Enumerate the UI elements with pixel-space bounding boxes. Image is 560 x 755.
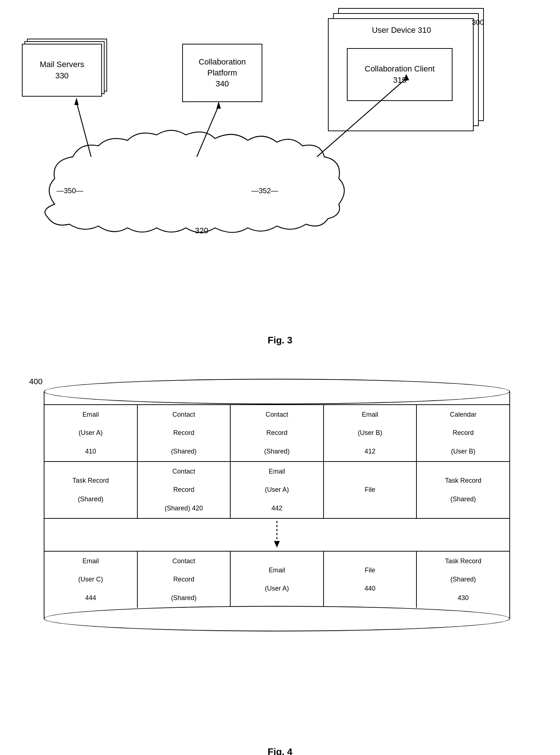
mail-servers-label: Mail Servers (40, 59, 84, 70)
cloud-shape (45, 131, 344, 233)
cell-2-1-line1: Task Record (73, 476, 109, 485)
cell-1-4-line3: 412 (365, 447, 376, 456)
fig3-caption: Fig. 3 (0, 328, 560, 357)
cell-3-2-line2: Record (173, 575, 194, 584)
cell-3-5-line3: 430 (458, 594, 469, 603)
cylinder-400: Email (User A) 410 Contact Record (Share… (44, 379, 510, 631)
cell-3-4-line1: File (365, 566, 375, 575)
fig3-diagram: Mail Servers 330 CollaborationPlatform 3… (0, 0, 560, 328)
cell-3-1-line3: 444 (85, 594, 96, 603)
collab-client-label: Collaboration Client315 (365, 63, 435, 86)
ref-320-text: 320 (195, 226, 208, 235)
cell-3-2-line3: (Shared) (171, 594, 196, 603)
cell-1-5-line1: Calendar (450, 410, 477, 419)
collab-platform-box: CollaborationPlatform 340 (182, 44, 262, 102)
cell-3-4-line2: 440 (365, 584, 376, 593)
cell-1-4-line1: Email (362, 410, 378, 419)
cell-1-5-line3: (User B) (451, 447, 475, 456)
cylinder-top (44, 379, 510, 404)
mail-servers-box: Mail Servers 330 (22, 44, 102, 97)
cyl-cell-2-4: File (324, 462, 417, 518)
cell-2-3-line1: Email (269, 467, 285, 476)
fig4-caption: Fig. 4 (0, 740, 560, 755)
cylinder-bottom (44, 606, 510, 631)
user-device-front: User Device 310 Collaboration Client315 (328, 18, 474, 131)
cell-1-2-line2: Record (173, 428, 194, 437)
user-device-label: User Device 310 (329, 26, 474, 35)
cell-1-2-line3: (Shared) (171, 447, 196, 456)
cyl-cell-1-2: Contact Record (Shared) (138, 405, 231, 461)
ref-400: 400 (29, 377, 43, 386)
cyl-cell-3-4: File 440 (324, 552, 417, 608)
cell-1-5-line2: Record (453, 428, 474, 437)
cell-3-3-line2: (User A) (265, 584, 289, 593)
collab-platform-number: 340 (216, 78, 229, 89)
cyl-cell-1-5: Calendar Record (User B) (417, 405, 509, 461)
cyl-row-2: Task Record (Shared) Contact Record (Sha… (44, 461, 509, 518)
fig4-diagram: 400 Email (User A) 410 Contact Record (S… (0, 357, 560, 740)
cell-3-5-line1: Task Record (445, 557, 481, 566)
cyl-cell-3-2: Contact Record (Shared) (138, 552, 231, 608)
ref-350-text: —350— (56, 187, 83, 195)
cell-3-5-line2: (Shared) (450, 575, 476, 584)
cyl-cell-3-1: Email (User C) 444 (44, 552, 138, 608)
cell-2-2-line2: Record (173, 485, 194, 494)
mail-servers-number: 330 (55, 70, 69, 82)
cell-1-3-line1: Contact (266, 410, 288, 419)
cell-3-1-line2: (User C) (78, 575, 103, 584)
cyl-cell-3-5: Task Record (Shared) 430 (417, 552, 509, 608)
cyl-cell-3-3: Email (User A) (231, 552, 324, 608)
cell-3-2-line1: Contact (172, 557, 195, 566)
cell-3-1-line1: Email (82, 557, 99, 566)
cell-1-2-line1: Contact (172, 410, 195, 419)
ref-300: 300 (472, 18, 484, 27)
cyl-cell-2-5: Task Record (Shared) (417, 462, 509, 518)
dashed-arrowhead (274, 541, 280, 548)
cell-2-3-line3: 442 (271, 504, 282, 513)
cyl-cell-2-1: Task Record (Shared) (44, 462, 138, 518)
cyl-row-1: Email (User A) 410 Contact Record (Share… (44, 404, 509, 461)
cyl-cell-1-1: Email (User A) 410 (44, 405, 138, 461)
cell-3-3-line1: Email (269, 566, 285, 575)
cell-2-5-line1: Task Record (445, 476, 481, 485)
arrow-mail (77, 102, 91, 157)
cell-2-2-line3: (Shared) 420 (165, 504, 203, 513)
cylinder-body: Email (User A) 410 Contact Record (Share… (44, 392, 510, 619)
collab-client-box: Collaboration Client315 (347, 48, 453, 101)
cyl-cell-2-2: Contact Record (Shared) 420 (138, 462, 231, 518)
cyl-cell-2-3: Email (User A) 442 (231, 462, 324, 518)
cell-1-4-line2: (User B) (358, 428, 382, 437)
cell-1-1-line1: Email (82, 410, 99, 419)
cell-1-3-line3: (Shared) (264, 447, 290, 456)
collab-platform-label: CollaborationPlatform (199, 57, 246, 78)
arrowhead-platform (216, 101, 221, 109)
cell-2-4-line1: File (365, 485, 375, 494)
arrow-platform (197, 106, 219, 157)
cell-2-5-line2: (Shared) (450, 495, 476, 504)
cell-2-1-line2: (Shared) (78, 495, 103, 504)
cyl-cell-1-4: Email (User B) 412 (324, 405, 417, 461)
cyl-cell-1-3: Contact Record (Shared) (231, 405, 324, 461)
cell-1-1-line2: (User A) (79, 428, 103, 437)
ref-352-text: —352— (251, 187, 278, 195)
cell-1-1-line3: 410 (85, 447, 96, 456)
cyl-spacer-middle (44, 518, 509, 551)
cyl-row-3: Email (User C) 444 Contact Record (Share… (44, 551, 509, 608)
cell-1-3-line2: Record (266, 428, 287, 437)
cell-2-3-line2: (User A) (265, 485, 289, 494)
arrowhead-mail (74, 98, 79, 105)
cell-2-2-line1: Contact (172, 467, 195, 476)
dashed-arrow-svg (266, 519, 288, 550)
